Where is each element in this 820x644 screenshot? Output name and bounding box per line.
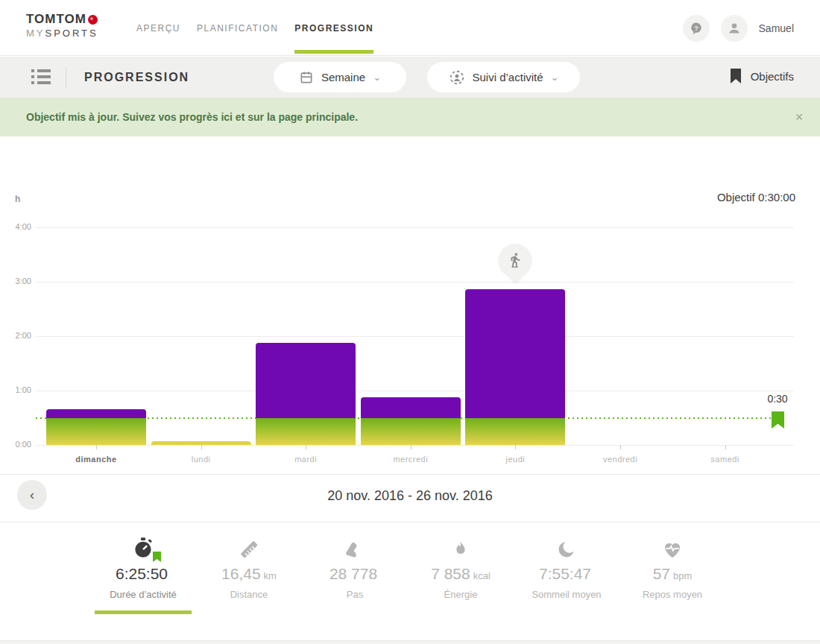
activity-bar-mercredi[interactable] [361, 397, 461, 445]
chart-plot-area: 4:003:002:001:000:000:30dimanchelundimar… [0, 227, 820, 445]
stat-label: Sommeil moyen [514, 589, 619, 600]
activity-bar-jeudi[interactable] [465, 289, 565, 445]
bar-below-goal-segment [151, 441, 251, 445]
gridline [36, 227, 794, 228]
stopwatch-icon [132, 537, 154, 561]
shoe-steps-icon [344, 538, 365, 561]
stat-value: 28 778 [329, 565, 377, 582]
logo-wordmark: TOMTOM [26, 12, 98, 27]
svg-text:?: ? [694, 25, 698, 32]
y-axis-tick-label: 3:00 [0, 277, 31, 285]
logo-text: TOMTOM [26, 12, 86, 27]
header: TOMTOM MYSPORTS APERÇU PLANIFICATION PRO… [0, 0, 820, 56]
bar-above-goal-segment [46, 409, 146, 418]
calendar-icon [299, 70, 314, 85]
stat-label: Pas [302, 589, 408, 600]
stat-value: 16,45 [221, 565, 261, 582]
help-button[interactable]: ? [683, 15, 710, 42]
activity-bar-mardi[interactable] [256, 343, 356, 445]
x-axis-tick [725, 445, 726, 449]
runner-icon [507, 252, 523, 268]
y-axis-tick-label: 4:00 [0, 222, 31, 231]
nav-progression[interactable]: PROGRESSION [286, 0, 382, 56]
chevron-down-icon: ⌄ [551, 72, 559, 83]
bar-above-goal-segment [361, 397, 461, 418]
stat-label: Durée d’activité [90, 589, 196, 600]
x-axis-tick [411, 445, 411, 449]
stat-energy[interactable]: 7 858kcal Énergie [408, 534, 514, 614]
avatar[interactable] [721, 15, 748, 42]
goal-bookmark-icon [772, 411, 784, 432]
period-dropdown[interactable]: Semaine ⌄ [274, 62, 406, 92]
bookmark-icon [729, 68, 742, 84]
user-name[interactable]: Samuel [759, 22, 794, 34]
stat-distance[interactable]: 16,45km Distance [196, 534, 302, 614]
goal-marker-label: 0:30 [755, 393, 800, 405]
x-axis-tick [620, 445, 621, 449]
toolbar: PROGRESSION Semaine ⌄ Suivi d’activité ⌄… [0, 57, 820, 98]
tomtom-logo[interactable]: TOMTOM MYSPORTS [26, 12, 98, 39]
list-view-icon[interactable] [31, 69, 52, 86]
stat-resting-heart-rate[interactable]: 57bpm Repos moyen [619, 534, 725, 614]
stat-activity-duration[interactable]: 6:25:50 Durée d’activité [90, 534, 196, 614]
gridline [36, 336, 794, 337]
goal-title: Objectif 0:30:00 [717, 191, 795, 203]
stat-value: 6:25:50 [116, 565, 168, 582]
ruler-icon [238, 538, 260, 561]
tomtom-red-dot-icon [88, 15, 98, 25]
gridline [36, 391, 794, 391]
help-bubble-icon: ? [689, 21, 704, 36]
stat-steps[interactable]: 28 778 Pas [302, 534, 408, 614]
x-axis-label-mercredi[interactable]: mercredi [361, 455, 461, 464]
stat-unit: bpm [673, 570, 692, 581]
y-axis-unit-label: h [15, 194, 20, 204]
activity-tracking-icon [449, 69, 465, 86]
activity-bar-dimanche[interactable] [46, 409, 146, 445]
nav-apercu[interactable]: APERÇU [128, 0, 189, 56]
header-right: ? Samuel [683, 15, 794, 42]
stat-value: 7 858 [431, 565, 470, 582]
banner-close-icon[interactable]: × [790, 108, 808, 126]
bar-below-goal-segment [256, 418, 356, 446]
x-axis-label-vendredi[interactable]: vendredi [570, 455, 670, 464]
chart-bottom-divider [0, 474, 820, 475]
nav-planification[interactable]: PLANIFICATION [189, 0, 286, 56]
x-axis-tick [306, 445, 306, 449]
stat-label: Distance [196, 589, 302, 600]
stat-label: Repos moyen [619, 589, 725, 600]
stat-sleep[interactable]: 7:55:47 Sommeil moyen [514, 534, 619, 614]
activity-marker-pin[interactable] [499, 244, 532, 280]
weekly-activity-chart: h Objectif 0:30:00 4:003:002:001:000:000… [0, 136, 820, 475]
chevron-down-icon: ⌄ [373, 72, 381, 83]
metric-dropdown[interactable]: Suivi d’activité ⌄ [427, 62, 580, 92]
toolbar-divider [66, 66, 66, 89]
date-range-label: 20 nov. 2016 - 26 nov. 2016 [0, 488, 820, 504]
x-axis-label-lundi[interactable]: lundi [151, 455, 251, 464]
heart-pulse-icon [661, 538, 684, 561]
stat-value: 57 [653, 565, 670, 582]
main-nav: APERÇU PLANIFICATION PROGRESSION [128, 0, 382, 56]
weekly-stats-row: 6:25:50 Durée d’activité 16,45km Distanc… [90, 534, 725, 614]
objectives-button[interactable]: Objectifs [729, 68, 794, 84]
stat-unit: km [264, 570, 277, 581]
x-axis-tick [515, 445, 516, 449]
x-axis-label-mardi[interactable]: mardi [256, 455, 356, 464]
bar-below-goal-segment [46, 418, 146, 446]
activity-bar-lundi[interactable] [151, 441, 251, 445]
stats-top-divider [0, 522, 820, 523]
stat-label: Énergie [408, 589, 514, 600]
objectives-label: Objectifs [751, 70, 794, 83]
x-axis-tick [201, 445, 202, 449]
user-icon [726, 20, 742, 37]
goal-bookmark-badge-icon [153, 552, 161, 562]
banner-message: Objectif mis à jour. Suivez vos progrès … [26, 111, 358, 123]
y-axis-tick-label: 0:00 [0, 440, 31, 449]
x-axis-label-jeudi[interactable]: jeudi [465, 455, 565, 464]
notification-banner: Objectif mis à jour. Suivez vos progrès … [0, 98, 820, 136]
x-axis-label-samedi[interactable]: samedi [675, 455, 775, 464]
page-bottom-edge [0, 640, 820, 644]
stat-unit: kcal [473, 570, 491, 581]
x-axis-tick [96, 445, 97, 449]
tomtom-mysports-app: TOMTOM MYSPORTS APERÇU PLANIFICATION PRO… [0, 0, 820, 644]
x-axis-label-dimanche[interactable]: dimanche [46, 455, 146, 464]
